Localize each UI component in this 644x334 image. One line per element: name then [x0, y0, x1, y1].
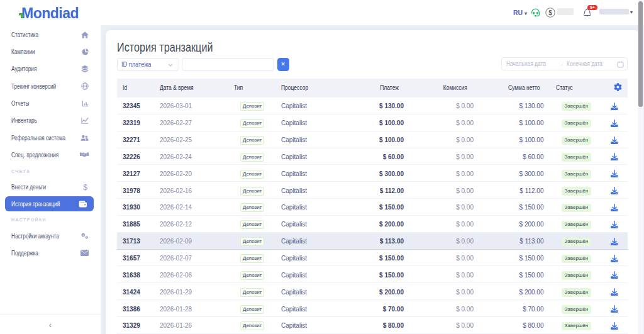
svg-text:$: $ [548, 9, 552, 16]
